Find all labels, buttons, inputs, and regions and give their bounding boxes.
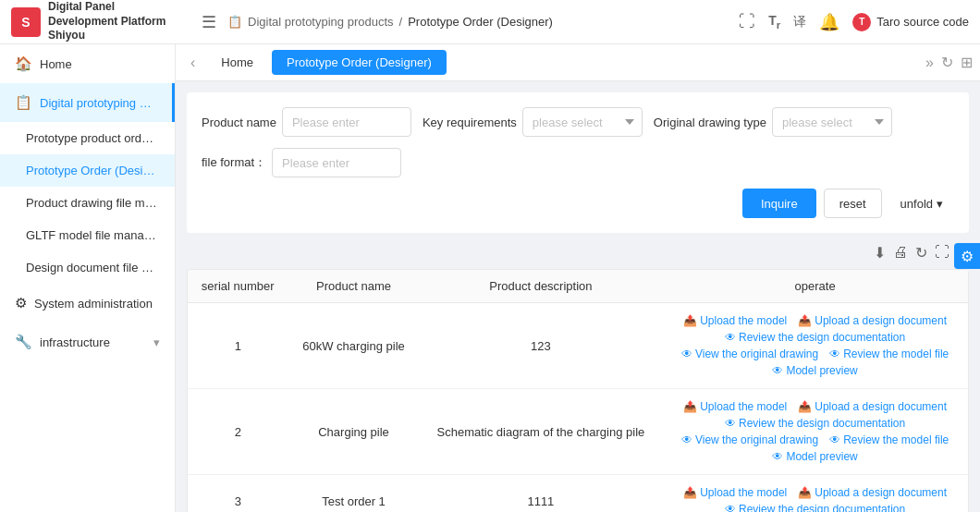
unfold-button[interactable]: unfold ▾: [889, 189, 954, 218]
cell-operate: 📤 Upload the model📤 Upload a design docu…: [662, 389, 968, 475]
infrastructure-icon: 🔧: [15, 334, 32, 350]
operate-row: 👁 View the original drawing👁 Review the …: [681, 433, 949, 446]
sidebar-item-system-admin[interactable]: ⚙ System administration: [0, 284, 175, 323]
operate-link[interactable]: 👁 Review the design documentation: [725, 331, 905, 344]
sidebar: 🏠 Home 📋 Digital prototyping produ... Pr…: [0, 44, 176, 512]
op-icon: 👁: [725, 417, 736, 430]
content-area: ‹ Home Prototype Order (Designer) » ↻ ⊞ …: [176, 44, 980, 512]
settings-fab[interactable]: ⚙: [954, 243, 980, 269]
sidebar-item-infrastructure[interactable]: 🔧 infrastructure ▾: [0, 323, 175, 361]
sidebar-sub-design-doc[interactable]: Design document file man...: [0, 251, 175, 284]
tab-bar: ‹ Home Prototype Order (Designer) » ↻ ⊞: [176, 44, 980, 81]
cell-name: Test order 1: [288, 475, 420, 513]
filter-key-req: Key requirements please select: [423, 107, 643, 137]
breadcrumb-root[interactable]: Digital prototyping products: [248, 15, 394, 29]
tab-grid-icon[interactable]: ⊞: [961, 54, 973, 71]
operate-links: 📤 Upload the model📤 Upload a design docu…: [673, 314, 957, 377]
operate-link[interactable]: 📤 Upload a design document: [798, 314, 947, 327]
tab-refresh-icon[interactable]: ↻: [941, 54, 953, 71]
sidebar-item-label: Home: [40, 57, 72, 71]
main-table: serial number Product name Product descr…: [188, 270, 968, 512]
cell-serial: 1: [188, 303, 288, 389]
operate-link[interactable]: 📤 Upload a design document: [798, 486, 947, 499]
bell-icon[interactable]: 🔔: [819, 12, 839, 32]
op-icon: 📤: [683, 314, 697, 327]
filter-panel: Product name Key requirements please sel…: [187, 92, 969, 233]
operate-links: 📤 Upload the model📤 Upload a design docu…: [673, 400, 957, 463]
filter-actions: Inquire reset unfold ▾: [202, 189, 954, 218]
inquire-button[interactable]: Inquire: [742, 189, 816, 218]
op-icon: 👁: [772, 364, 783, 377]
orig-drawing-label: Original drawing type: [654, 116, 766, 129]
fullscreen-icon[interactable]: ⛶: [739, 12, 755, 31]
key-req-select[interactable]: please select: [522, 107, 643, 137]
orig-drawing-select[interactable]: please select: [772, 107, 892, 137]
print-icon[interactable]: 🖨: [893, 244, 908, 262]
topbar: S Digital Panel Development Platform Shi…: [0, 0, 980, 44]
breadcrumb: 📋 Digital prototyping products / Prototy…: [227, 15, 728, 29]
col-desc: Product description: [420, 270, 663, 303]
product-name-input[interactable]: [282, 107, 411, 137]
op-icon: 📤: [683, 400, 697, 413]
sidebar-sub-product-drawing[interactable]: Product drawing file mana...: [0, 187, 175, 219]
breadcrumb-sep: /: [399, 15, 403, 29]
app-title: Digital Panel Development Platform Shiyo…: [48, 0, 187, 43]
filter-product-name: Product name: [202, 107, 411, 137]
operate-link[interactable]: 👁 View the original drawing: [681, 433, 818, 446]
op-icon: 📤: [798, 314, 812, 327]
operate-link[interactable]: 👁 Review the model file: [829, 433, 949, 446]
op-icon: 📤: [683, 486, 697, 499]
operate-link[interactable]: 📤 Upload the model: [683, 486, 787, 499]
unfold-label: unfold: [900, 197, 933, 211]
operate-row: 📤 Upload the model📤 Upload a design docu…: [683, 486, 947, 499]
sidebar-sub-proto-designer[interactable]: Prototype Order (Designer): [0, 154, 175, 187]
breadcrumb-icon: 📋: [227, 15, 242, 29]
operate-row: 📤 Upload the model📤 Upload a design docu…: [683, 314, 947, 327]
operate-link[interactable]: 👁 View the original drawing: [681, 347, 818, 360]
download-icon[interactable]: ⬇: [874, 244, 886, 262]
chevron-down-icon: ▾: [937, 197, 943, 211]
tab-collapse-icon[interactable]: ‹: [183, 51, 202, 75]
tab-home[interactable]: Home: [206, 50, 268, 75]
refresh-icon[interactable]: ↻: [915, 244, 927, 262]
tabs-more-icon[interactable]: »: [925, 55, 934, 71]
operate-link[interactable]: 📤 Upload the model: [683, 314, 787, 327]
reset-button[interactable]: reset: [824, 189, 882, 218]
font-icon[interactable]: Tr: [768, 13, 780, 30]
sidebar-item-home[interactable]: 🏠 Home: [0, 44, 175, 83]
logo-icon: S: [11, 7, 41, 37]
file-format-input[interactable]: [272, 148, 401, 177]
operate-link[interactable]: 👁 Review the design documentation: [725, 503, 905, 512]
sidebar-item-digital-proto[interactable]: 📋 Digital prototyping produ...: [0, 83, 175, 122]
tab-proto-designer[interactable]: Prototype Order (Designer): [272, 50, 447, 75]
op-icon: 👁: [829, 433, 840, 446]
sidebar-item-label: Digital prototyping produ...: [40, 96, 157, 110]
cell-serial: 3: [188, 475, 288, 513]
expand-icon[interactable]: ⛶: [935, 244, 949, 262]
table-header-row: serial number Product name Product descr…: [188, 270, 968, 303]
filter-row: Product name Key requirements please sel…: [202, 107, 954, 177]
operate-link[interactable]: 📤 Upload a design document: [798, 400, 947, 413]
operate-link[interactable]: 📤 Upload the model: [683, 400, 787, 413]
main-layout: 🏠 Home 📋 Digital prototyping produ... Pr…: [0, 44, 980, 512]
taro-label: Taro source code: [876, 15, 969, 29]
taro-brand: T Taro source code: [852, 13, 969, 31]
tab-bar-right: » ↻ ⊞: [925, 54, 973, 71]
sidebar-sub-gltf-model[interactable]: GLTF model file managem...: [0, 219, 175, 251]
operate-link[interactable]: 👁 Review the model file: [829, 347, 949, 360]
op-icon: 📤: [798, 400, 812, 413]
sidebar-sub-proto-order[interactable]: Prototype product order m...: [0, 122, 175, 154]
filter-orig-drawing: Original drawing type please select: [654, 107, 892, 137]
operate-links: 📤 Upload the model📤 Upload a design docu…: [673, 486, 957, 512]
key-req-label: Key requirements: [423, 116, 517, 129]
operate-link[interactable]: 👁 Model preview: [772, 364, 857, 377]
translate-icon[interactable]: 译: [793, 14, 806, 30]
operate-row: 👁 Review the design documentation: [725, 417, 905, 430]
op-icon: 👁: [681, 347, 692, 360]
operate-link[interactable]: 👁 Model preview: [772, 450, 857, 463]
col-name: Product name: [288, 270, 420, 303]
operate-link[interactable]: 👁 Review the design documentation: [725, 417, 905, 430]
cell-serial: 2: [188, 389, 288, 475]
product-name-label: Product name: [202, 116, 276, 129]
menu-toggle-icon[interactable]: ☰: [202, 12, 216, 32]
